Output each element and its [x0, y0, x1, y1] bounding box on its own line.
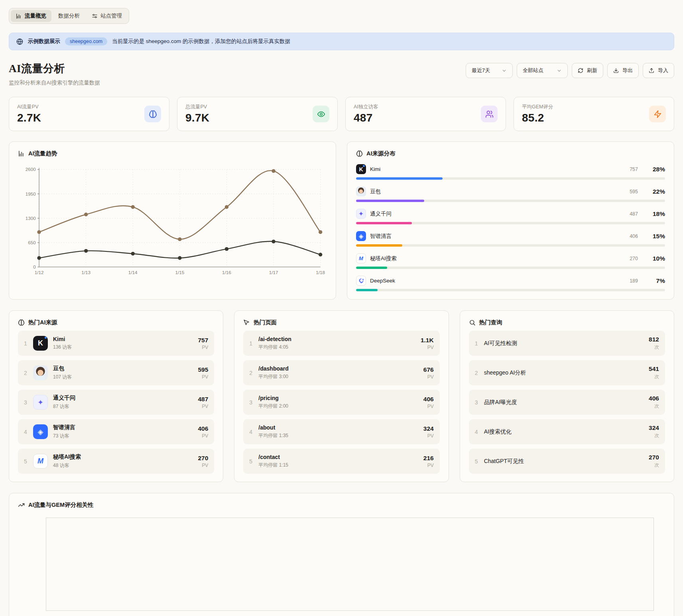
pv-unit: PV: [198, 463, 208, 468]
source-name: 秘塔AI搜索: [370, 255, 626, 262]
page-stay: 平均停留 1:35: [258, 432, 418, 439]
rank: 2: [24, 370, 28, 376]
query-count: 270: [649, 454, 659, 461]
source-value: 487: [630, 211, 638, 217]
refresh-button[interactable]: 刷新: [572, 63, 603, 78]
page-subtitle: 监控和分析来自AI搜索引擎的流量数据: [9, 79, 100, 86]
source-name: Kimi: [370, 166, 626, 172]
source-percent: 15%: [648, 233, 665, 240]
pv-unit: PV: [198, 404, 208, 409]
stat-value: 2.7K: [17, 112, 41, 124]
source-bar-track: [356, 244, 665, 247]
rank: 5: [24, 458, 28, 465]
pv-unit: PV: [421, 345, 434, 350]
source-bar-track: [356, 200, 665, 202]
pv-value: 757: [198, 337, 208, 344]
pv-unit: PV: [198, 433, 208, 439]
stat-label: 总流量PV: [185, 104, 209, 110]
tab-label: 流量概览: [25, 12, 46, 20]
source-bar-fill: [356, 244, 402, 247]
svg-text:2600: 2600: [26, 167, 36, 172]
brain-icon: [356, 150, 363, 157]
source-name: 通义千问: [370, 210, 626, 218]
pv-value: 324: [423, 425, 434, 432]
eye-icon: [313, 106, 329, 122]
svg-text:1/18: 1/18: [316, 270, 325, 275]
rank: 1: [475, 340, 479, 347]
users-icon: [481, 106, 498, 122]
pv-unit: PV: [423, 463, 434, 468]
metaso-logo: M: [356, 253, 366, 263]
tab-site-management[interactable]: 站点管理: [87, 10, 127, 22]
source-name: Kimi: [53, 336, 193, 342]
query-text: AI可见性检测: [484, 340, 644, 347]
bar-chart-icon: [18, 150, 25, 157]
source-bar-fill: [356, 177, 443, 180]
source-row-zhipu: ◈ 智谱清言 406 15%: [356, 231, 665, 247]
query-unit: 次: [649, 432, 659, 439]
page-path: /about: [258, 424, 418, 431]
panel-title: AI流量趋势: [28, 150, 57, 157]
source-name: 智谱清言: [53, 424, 193, 431]
source-bar-track: [356, 267, 665, 269]
rank: 5: [249, 458, 253, 465]
date-range-select[interactable]: 最近7天: [466, 63, 513, 78]
list-item: 1 K Kimi 136 访客 757 PV: [18, 331, 214, 356]
tab-data-analysis[interactable]: 数据分析: [53, 10, 85, 22]
page-path: /contact: [258, 454, 418, 460]
rank: 4: [475, 429, 479, 435]
source-visitors: 48 访客: [53, 462, 193, 469]
top-queries-panel: 热门查询 1 AI可见性检测 812 次 2 sheepgeo AI分析 541…: [460, 310, 674, 482]
export-button[interactable]: 导出: [607, 63, 639, 78]
domain-badge[interactable]: sheepgeo.com: [65, 37, 107, 45]
correlation-chart-area: [46, 518, 654, 611]
query-count: 406: [649, 395, 659, 402]
kimi-logo: K: [33, 336, 48, 351]
source-bar-track: [356, 289, 665, 291]
stat-label: 平均GEM评分: [522, 104, 553, 110]
source-name: 秘塔AI搜索: [53, 453, 193, 461]
source-row-kimi: K Kimi 757 28%: [356, 164, 665, 180]
top-pages-panel: 热门页面 1 /ai-detection 平均停留 4:05 1.1K PV 2…: [234, 310, 449, 482]
download-icon: [613, 68, 619, 73]
list-item: 1 AI可见性检测 812 次: [469, 331, 665, 356]
bar-chart-icon: [16, 13, 22, 19]
source-row-deepseek: DeepSeek 189 7%: [356, 276, 665, 291]
import-button[interactable]: 导入: [643, 63, 674, 78]
query-text: sheepgeo AI分析: [484, 369, 644, 377]
view-tabbar: 流量概览 数据分析 站点管理: [9, 8, 129, 24]
deepseek-logo: [356, 276, 366, 286]
page-path: /dashboard: [258, 365, 418, 372]
source-visitors: 107 访客: [53, 374, 193, 381]
rank: 1: [24, 340, 28, 347]
query-unit: 次: [649, 373, 659, 380]
list-item: 5 M 秘塔AI搜索 48 访客 270 PV: [18, 449, 214, 474]
rank: 5: [475, 458, 479, 465]
source-value: 595: [630, 189, 638, 194]
stat-label: AI流量PV: [17, 104, 41, 110]
pv-value: 595: [198, 366, 208, 373]
list-item: 4 ◈ 智谱清言 73 访客 406 PV: [18, 419, 214, 444]
source-name: 豆包: [53, 365, 193, 372]
pv-value: 216: [423, 455, 434, 462]
query-count: 324: [649, 424, 659, 432]
search-icon: [469, 319, 476, 326]
list-item: 3 /pricing 平均停留 2:00 406 PV: [243, 390, 439, 415]
banner-label: 示例数据展示: [28, 38, 60, 45]
stat-card-ai-visitors: AI独立访客 487: [345, 97, 506, 131]
source-bar-fill: [356, 267, 387, 269]
tab-traffic-overview[interactable]: 流量概览: [11, 10, 51, 22]
list-item: 5 ChatGPT可见性 270 次: [469, 449, 665, 474]
pv-unit: PV: [198, 345, 208, 350]
list-item: 2 sheepgeo AI分析 541 次: [469, 360, 665, 385]
rank: 3: [475, 399, 479, 406]
query-unit: 次: [649, 462, 659, 469]
source-value: 406: [630, 233, 638, 239]
rank: 2: [249, 370, 253, 376]
source-percent: 10%: [648, 255, 665, 262]
rank: 1: [249, 340, 253, 347]
ai-traffic-trend-panel: AI流量趋势 1/121/131/141/151/161/171/1806501…: [9, 141, 336, 300]
svg-text:1/15: 1/15: [175, 270, 184, 275]
svg-text:0: 0: [33, 264, 36, 269]
site-select[interactable]: 全部站点: [517, 63, 568, 78]
